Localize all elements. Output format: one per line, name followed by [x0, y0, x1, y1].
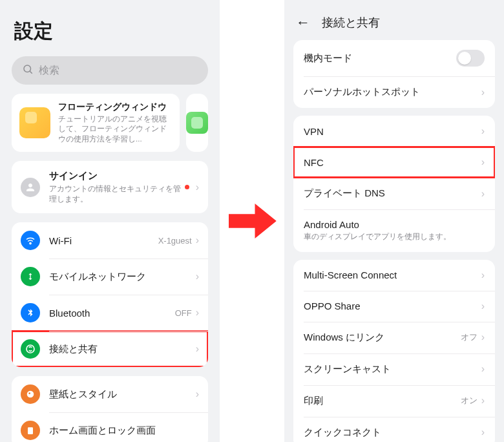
oppo-share-item[interactable]: OPPO Share › [293, 291, 495, 322]
chevron-right-icon: › [196, 307, 199, 319]
home-screen-icon [21, 421, 40, 440]
style-group: 壁紙とスタイル › ホーム画面とロック画面 [12, 376, 208, 442]
svg-rect-6 [28, 428, 33, 435]
list-item-label: Multi-Screen Connect [304, 269, 481, 280]
signin-card[interactable]: サインイン アカウントの情報とセキュリティを管理します。 › [12, 161, 208, 213]
chevron-right-icon: › [481, 300, 485, 312]
list-item-label: クイックコネクト [304, 426, 481, 439]
list-item-label: Windows にリンク [304, 332, 461, 344]
android-auto-item[interactable]: Android Auto 車のディスプレイでアプリを使用します。 [293, 209, 495, 252]
floating-window-card[interactable]: フローティングウィンドウ チュートリアルのアニメを視聴して、フローティングウィン… [12, 94, 180, 152]
network-group: Wi-Fi X-1guest› モバイルネットワーク › Bluetooth O… [12, 222, 208, 367]
alert-dot-icon [185, 185, 189, 189]
hotspot-item[interactable]: パーソナルホットスポット › [293, 76, 495, 108]
svg-point-0 [24, 65, 31, 72]
chevron-right-icon: › [481, 188, 485, 200]
home-lock-item[interactable]: ホーム画面とロック画面 [12, 412, 208, 442]
mobile-network-item[interactable]: モバイルネットワーク › [12, 258, 208, 295]
chevron-right-icon: › [481, 269, 485, 281]
airplane-mode-item[interactable]: 機内モード [293, 40, 495, 76]
signin-desc: アカウントの情報とセキュリティを管理します。 [49, 184, 185, 204]
screen-cast-item[interactable]: スクリーンキャスト › [293, 353, 495, 385]
connection-share-item[interactable]: 接続と共有 › [12, 331, 208, 367]
wifi-item[interactable]: Wi-Fi X-1guest› [12, 222, 208, 258]
chevron-right-icon: › [196, 388, 199, 400]
list-item-value: OFF [175, 308, 192, 318]
page-title: 設定 [0, 0, 220, 56]
multiscreen-item[interactable]: Multi-Screen Connect › [293, 260, 495, 291]
signin-title: サインイン [49, 170, 185, 182]
settings-screen: 設定 検索 フローティングウィンドウ チュートリアルのアニメを視聴して、フローテ… [0, 0, 220, 442]
vpn-item[interactable]: VPN › [293, 116, 495, 147]
mini-card-icon [186, 112, 208, 134]
quick-connect-item[interactable]: クイックコネクト › [293, 417, 495, 442]
connection-share-icon [21, 339, 40, 359]
list-item-label: Android Auto [304, 219, 485, 230]
svg-point-5 [28, 393, 30, 395]
list-item-label: Bluetooth [49, 308, 175, 319]
list-item-label: 壁紙とスタイル [49, 388, 196, 401]
back-button[interactable]: ← [296, 14, 310, 31]
connection-share-screen: ← 接続と共有 機内モード パーソナルホットスポット › VPN › NFC ›… [284, 0, 504, 442]
svg-point-2 [30, 243, 31, 244]
list-item-label: OPPO Share [304, 300, 481, 311]
list-item-label: パーソナルホットスポット [304, 86, 481, 98]
wifi-icon [21, 231, 40, 250]
step-arrow [220, 0, 284, 442]
wallpaper-icon [21, 384, 40, 404]
list-item-value: オフ [461, 332, 478, 343]
chevron-right-icon: › [481, 125, 485, 137]
avatar-icon [21, 178, 40, 197]
search-placeholder: 検索 [39, 64, 59, 78]
mini-card[interactable] [186, 94, 208, 152]
chevron-right-icon: › [196, 182, 199, 193]
search-icon [22, 63, 34, 78]
windows-link-item[interactable]: Windows にリンク オフ › [293, 322, 495, 353]
chevron-right-icon: › [481, 156, 485, 168]
private-dns-item[interactable]: プライベート DNS › [293, 178, 495, 209]
mobile-network-icon [21, 267, 40, 286]
chevron-right-icon: › [481, 87, 485, 98]
chevron-right-icon: › [196, 343, 199, 355]
list-item-label: プライベート DNS [304, 187, 481, 200]
nfc-item[interactable]: NFC › [293, 147, 495, 178]
card-desc: チュートリアルのアニメを視聴して、フローティングウィンドウの使用方法を学習し..… [58, 114, 172, 145]
bluetooth-icon [21, 303, 40, 322]
print-item[interactable]: 印刷 オン › [293, 385, 495, 417]
list-item-label: モバイルネットワーク [49, 271, 196, 283]
search-input[interactable]: 検索 [12, 56, 208, 85]
chevron-right-icon: › [481, 395, 485, 406]
list-item-label: 接続と共有 [49, 343, 196, 355]
list-item-label: ホーム画面とロック画面 [49, 425, 199, 437]
list-item-label: NFC [304, 157, 481, 168]
wallpaper-item[interactable]: 壁紙とスタイル › [12, 376, 208, 412]
list-item-sub: 車のディスプレイでアプリを使用します。 [304, 232, 485, 242]
group-share: Multi-Screen Connect › OPPO Share › Wind… [293, 260, 495, 442]
card-title: フローティングウィンドウ [58, 101, 172, 113]
list-item-value: X-1guest [158, 236, 192, 246]
bluetooth-item[interactable]: Bluetooth OFF› [12, 295, 208, 331]
list-item-label: スクリーンキャスト [304, 363, 481, 375]
group-general: 機内モード パーソナルホットスポット › [293, 40, 495, 108]
list-item-label: 機内モード [304, 52, 456, 65]
page-title: 接続と共有 [322, 15, 380, 30]
chevron-right-icon: › [481, 426, 485, 438]
chevron-right-icon: › [196, 235, 199, 246]
list-item-label: 印刷 [304, 395, 461, 407]
svg-line-1 [30, 71, 32, 73]
list-item-value: オン [461, 395, 478, 406]
list-item-label: Wi-Fi [49, 235, 158, 246]
list-item-label: VPN [304, 126, 481, 137]
group-network: VPN › NFC › プライベート DNS › Android Auto 車の… [293, 116, 495, 252]
floating-window-icon [19, 107, 50, 138]
chevron-right-icon: › [196, 271, 199, 282]
airplane-mode-toggle[interactable] [456, 50, 485, 67]
svg-point-4 [27, 391, 34, 398]
chevron-right-icon: › [481, 332, 485, 343]
chevron-right-icon: › [481, 363, 485, 375]
